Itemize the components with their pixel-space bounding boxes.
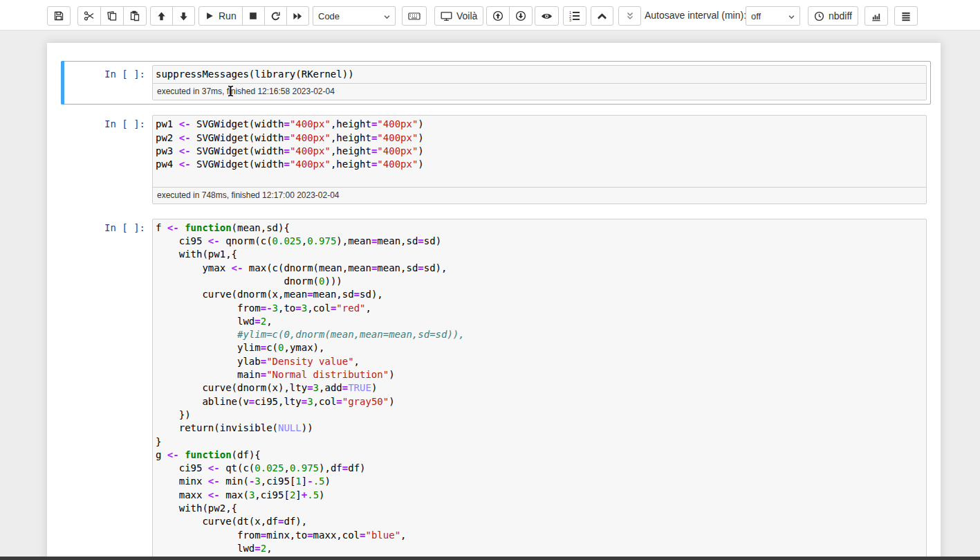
- cell-input-area: f <- function(mean,sd){ ci95 <- qnorm(c(…: [152, 219, 927, 560]
- cell-type-select[interactable]: Code: [313, 6, 396, 26]
- chevron-up-icon: [597, 12, 607, 21]
- stop-icon: [248, 11, 258, 21]
- cell-prompt: In [ ]:: [65, 115, 152, 204]
- play-icon: [205, 11, 214, 21]
- paste-icon: [129, 10, 140, 21]
- cell-prompt: In [ ]:: [65, 219, 152, 560]
- cell-list-button[interactable]: [894, 6, 918, 26]
- cell-prompt: In [ ]:: [65, 65, 152, 100]
- list-icon: [900, 11, 912, 21]
- svg-text:3: 3: [569, 18, 571, 21]
- expand-group: [618, 6, 641, 26]
- visibility-group: [535, 6, 559, 26]
- fast-forward-icon: [293, 11, 303, 21]
- save-group: [47, 6, 71, 26]
- nbdiff-button[interactable]: nbdiff: [808, 6, 858, 26]
- chevron-down-icon: [383, 13, 391, 21]
- voila-group: Voilà: [434, 6, 483, 26]
- autosave-interval-label: Autosave interval (min):: [645, 10, 746, 21]
- notebook-cell[interactable]: In [ ]: f <- function(mean,sd){ ci95 <- …: [61, 215, 931, 560]
- restart-kernel-button[interactable]: [264, 6, 287, 26]
- execution-info: executed in 37ms, finished 12:16:58 2023…: [153, 83, 926, 100]
- bottom-window-edge: [0, 557, 980, 560]
- collapse-heading-button[interactable]: [591, 6, 613, 26]
- move-up-icon: [156, 11, 167, 21]
- run-button-label: Run: [219, 10, 237, 21]
- numbered-list-button[interactable]: 1 2 3: [563, 6, 586, 26]
- restart-run-all-button[interactable]: [286, 6, 309, 26]
- keyboard-icon: [408, 11, 420, 21]
- toc-group: 1 2 3: [563, 6, 586, 26]
- clock-icon: [814, 11, 824, 21]
- notebook-cell[interactable]: In [ ]: suppressMessages(library(RKernel…: [61, 61, 931, 105]
- keyboard-group: [402, 6, 427, 26]
- autosave-interval-select[interactable]: off: [746, 6, 800, 26]
- scroll-up-button[interactable]: [486, 6, 510, 26]
- bar-chart-icon: [871, 11, 882, 21]
- save-icon: [53, 10, 64, 21]
- run-button[interactable]: Run: [198, 6, 243, 26]
- cell-type-value: Code: [318, 11, 340, 21]
- toggle-visibility-button[interactable]: [535, 6, 559, 26]
- paste-button[interactable]: [123, 6, 147, 26]
- expand-all-button[interactable]: [618, 6, 641, 26]
- copy-icon: [107, 10, 118, 21]
- copy-button[interactable]: [100, 6, 124, 26]
- scroll-down-button[interactable]: [509, 6, 533, 26]
- move-cell-down-button[interactable]: [172, 6, 195, 26]
- nbdiff-button-label: nbdiff: [829, 10, 852, 21]
- cell-input-area: pw1 <- SVGWidget(width="400px",height="4…: [152, 115, 927, 204]
- display-icon: [441, 11, 452, 21]
- move-group: [150, 6, 195, 26]
- edit-group: [77, 6, 147, 26]
- cell-input-area: suppressMessages(library(RKernel)) execu…: [152, 65, 927, 100]
- voila-button-label: Voilà: [456, 10, 477, 21]
- chevron-down-icon: [788, 13, 795, 21]
- notebook-container: In [ ]: suppressMessages(library(RKernel…: [47, 43, 941, 560]
- notebook-toolbar: Run Code: [0, 0, 980, 31]
- voila-button[interactable]: Voilà: [434, 6, 483, 26]
- code-editor[interactable]: f <- function(mean,sd){ ci95 <- qnorm(c(…: [153, 219, 926, 560]
- cell-type-group: Code: [313, 6, 396, 26]
- interrupt-kernel-button[interactable]: [242, 6, 265, 26]
- move-cell-up-button[interactable]: [150, 6, 173, 26]
- autosave-interval-value: off: [751, 11, 761, 21]
- command-palette-button[interactable]: [402, 6, 427, 26]
- code-editor[interactable]: suppressMessages(library(RKernel)): [153, 66, 926, 83]
- nbdiff-group: nbdiff: [808, 6, 858, 26]
- save-button[interactable]: [47, 6, 71, 26]
- execution-info: executed in 748ms, finished 12:17:00 202…: [153, 187, 926, 204]
- restart-icon: [270, 11, 281, 21]
- double-chevron-down-icon: [625, 11, 635, 21]
- collapse-group: [591, 6, 613, 26]
- circle-arrow-down-icon: [515, 10, 526, 21]
- list-group: [894, 6, 918, 26]
- chart-group: [865, 6, 888, 26]
- cut-button[interactable]: [77, 6, 101, 26]
- scroll-group: [486, 6, 533, 26]
- autosave-group: off: [746, 6, 800, 26]
- cut-icon: [84, 10, 95, 21]
- run-group: Run: [198, 6, 309, 26]
- numbered-list-icon: 1 2 3: [569, 10, 580, 21]
- notebook-cell[interactable]: In [ ]: pw1 <- SVGWidget(width="400px",h…: [61, 111, 931, 208]
- code-editor[interactable]: pw1 <- SVGWidget(width="400px",height="4…: [153, 116, 926, 186]
- circle-arrow-up-icon: [492, 10, 503, 21]
- cell-list: In [ ]: suppressMessages(library(RKernel…: [61, 61, 931, 560]
- move-down-icon: [178, 11, 189, 21]
- benchmark-chart-button[interactable]: [865, 6, 888, 26]
- eye-icon: [541, 11, 553, 21]
- mouse-ibeam-cursor: [227, 85, 234, 97]
